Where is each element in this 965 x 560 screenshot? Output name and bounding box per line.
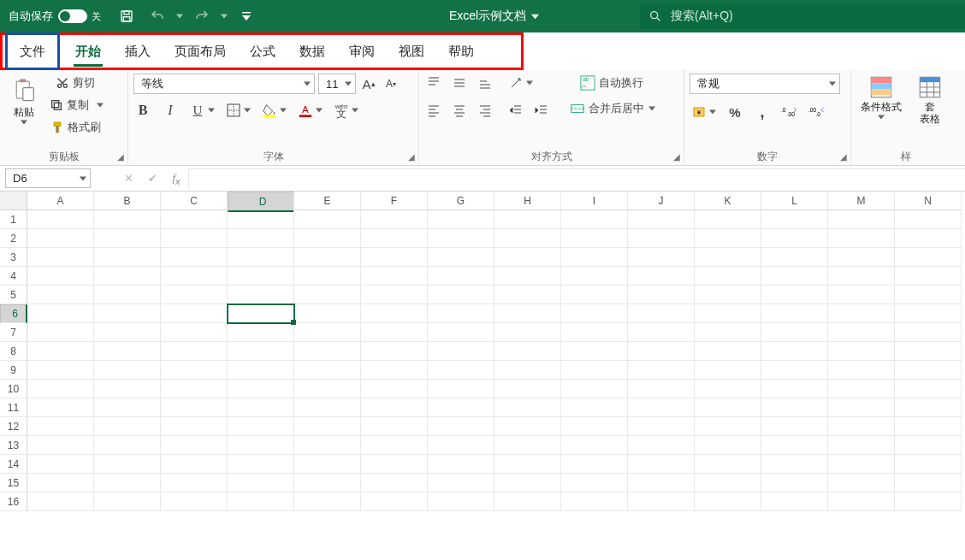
- tab-insert[interactable]: 插入: [113, 32, 163, 70]
- cell-J10[interactable]: [628, 380, 695, 398]
- cell-D1[interactable]: [228, 210, 294, 229]
- align-left-button[interactable]: [424, 101, 443, 120]
- align-center-button[interactable]: [450, 101, 469, 120]
- cell-M10[interactable]: [828, 380, 895, 398]
- fill-color-button[interactable]: [260, 101, 279, 120]
- cell-M11[interactable]: [828, 398, 895, 417]
- cell-G15[interactable]: [428, 474, 494, 492]
- cell-F11[interactable]: [361, 398, 428, 417]
- cell-J12[interactable]: [628, 417, 695, 436]
- cell-I1[interactable]: [561, 210, 628, 229]
- cell-A5[interactable]: [27, 286, 94, 304]
- cell-E1[interactable]: [294, 210, 361, 229]
- cell-H13[interactable]: [494, 436, 561, 455]
- cell-D15[interactable]: [228, 474, 294, 492]
- cell-F10[interactable]: [361, 380, 428, 398]
- cell-C13[interactable]: [161, 436, 228, 455]
- cell-D7[interactable]: [228, 323, 294, 342]
- cell-H14[interactable]: [494, 455, 561, 474]
- cell-D3[interactable]: [228, 248, 294, 267]
- cell-F9[interactable]: [361, 361, 428, 380]
- cell-D14[interactable]: [228, 455, 294, 474]
- cell-D12[interactable]: [228, 417, 294, 436]
- cell-I6[interactable]: [561, 304, 628, 323]
- tab-page-layout[interactable]: 页面布局: [163, 32, 238, 70]
- row-header-3[interactable]: 3: [0, 248, 27, 267]
- cell-E6[interactable]: [294, 304, 361, 323]
- cell-H5[interactable]: [494, 286, 561, 304]
- cell-N10[interactable]: [895, 380, 962, 398]
- cell-D2[interactable]: [228, 229, 294, 248]
- cell-C6[interactable]: [161, 304, 228, 323]
- search-box[interactable]: 搜索(Alt+Q): [640, 3, 965, 29]
- cell-K6[interactable]: [695, 304, 761, 323]
- comma-button[interactable]: ,: [753, 103, 772, 121]
- format-painter-button[interactable]: 格式刷: [46, 118, 104, 137]
- cell-K16[interactable]: [695, 492, 761, 511]
- borders-dropdown[interactable]: [243, 101, 252, 120]
- cell-I5[interactable]: [561, 286, 628, 304]
- number-format-select[interactable]: 常规: [690, 74, 840, 94]
- cell-F7[interactable]: [361, 323, 428, 342]
- cell-D8[interactable]: [228, 342, 294, 361]
- cell-G6[interactable]: [428, 304, 494, 323]
- cell-K8[interactable]: [695, 342, 761, 361]
- cell-G14[interactable]: [428, 455, 494, 474]
- cell-I15[interactable]: [561, 474, 628, 492]
- row-header-12[interactable]: 12: [0, 417, 27, 436]
- row-header-15[interactable]: 15: [0, 474, 27, 492]
- cell-A9[interactable]: [27, 361, 94, 380]
- cell-M12[interactable]: [828, 417, 895, 436]
- cell-B1[interactable]: [94, 210, 161, 229]
- cell-H1[interactable]: [494, 210, 561, 229]
- cell-I9[interactable]: [561, 361, 628, 380]
- format-as-table-button[interactable]: 套 表格: [909, 74, 950, 125]
- cell-B8[interactable]: [94, 342, 161, 361]
- row-header-1[interactable]: 1: [0, 210, 27, 229]
- cell-M2[interactable]: [828, 229, 895, 248]
- cell-C4[interactable]: [161, 267, 228, 286]
- row-header-6[interactable]: 6: [0, 304, 27, 323]
- row-header-8[interactable]: 8: [0, 342, 27, 361]
- cell-F16[interactable]: [361, 492, 428, 511]
- cell-A14[interactable]: [27, 455, 94, 474]
- cell-J6[interactable]: [628, 304, 695, 323]
- cell-N11[interactable]: [895, 398, 962, 417]
- cell-N2[interactable]: [895, 229, 962, 248]
- cell-G12[interactable]: [428, 417, 494, 436]
- cell-D16[interactable]: [228, 492, 294, 511]
- cell-I3[interactable]: [561, 248, 628, 267]
- cell-A15[interactable]: [27, 474, 94, 492]
- cell-N5[interactable]: [895, 286, 962, 304]
- cell-C12[interactable]: [161, 417, 228, 436]
- cell-F3[interactable]: [361, 248, 428, 267]
- merge-dropdown[interactable]: [648, 99, 656, 118]
- cell-C15[interactable]: [161, 474, 228, 492]
- cell-K2[interactable]: [695, 229, 761, 248]
- column-header-J[interactable]: J: [628, 192, 695, 210]
- cell-L13[interactable]: [761, 436, 828, 455]
- cell-J4[interactable]: [628, 267, 695, 286]
- row-header-5[interactable]: 5: [0, 286, 27, 304]
- column-header-E[interactable]: E: [294, 192, 361, 210]
- increase-decimal-button[interactable]: .0.00: [780, 103, 799, 121]
- cell-E13[interactable]: [294, 436, 361, 455]
- column-header-N[interactable]: N: [895, 192, 962, 210]
- cell-D4[interactable]: [228, 267, 294, 286]
- cell-L10[interactable]: [761, 380, 828, 398]
- cell-A2[interactable]: [27, 229, 94, 248]
- cell-N3[interactable]: [895, 248, 962, 267]
- increase-font-button[interactable]: A▴: [359, 74, 378, 93]
- undo-button[interactable]: [143, 3, 172, 30]
- decrease-indent-button[interactable]: [506, 101, 525, 120]
- cell-B13[interactable]: [94, 436, 161, 455]
- tab-formulas[interactable]: 公式: [238, 32, 287, 70]
- row-header-2[interactable]: 2: [0, 229, 27, 248]
- cell-G5[interactable]: [428, 286, 494, 304]
- cell-D13[interactable]: [228, 436, 294, 455]
- cell-A1[interactable]: [27, 210, 94, 229]
- row-header-11[interactable]: 11: [0, 398, 27, 417]
- cell-F4[interactable]: [361, 267, 428, 286]
- percent-button[interactable]: %: [725, 103, 744, 121]
- tab-data[interactable]: 数据: [287, 32, 337, 70]
